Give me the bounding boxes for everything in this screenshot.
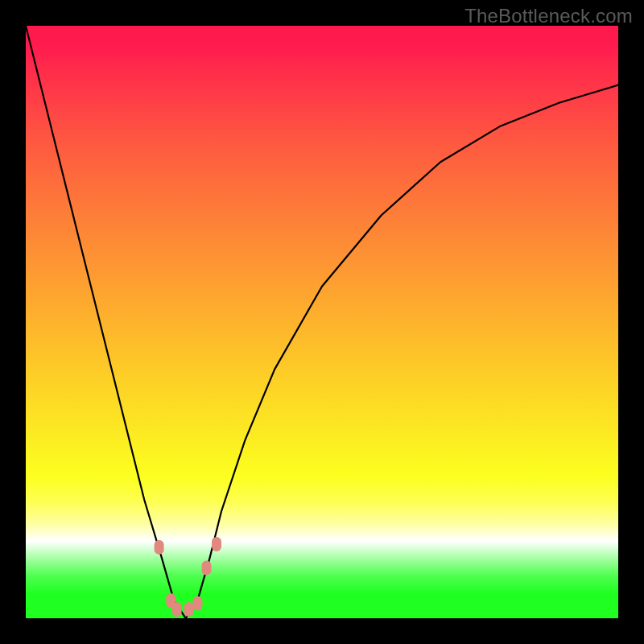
marker-dot bbox=[184, 602, 193, 617]
marker-dot bbox=[212, 537, 221, 551]
marker-dot bbox=[172, 602, 182, 617]
outer-frame: TheBottleneck.com bbox=[0, 0, 644, 644]
bottleneck-curve bbox=[26, 26, 618, 618]
watermark-text: TheBottleneck.com bbox=[464, 5, 633, 27]
marker-dot bbox=[155, 540, 164, 555]
marker-dot bbox=[192, 597, 202, 611]
curve-path bbox=[26, 26, 618, 618]
marker-dot bbox=[202, 560, 212, 575]
plot-area bbox=[26, 26, 618, 618]
